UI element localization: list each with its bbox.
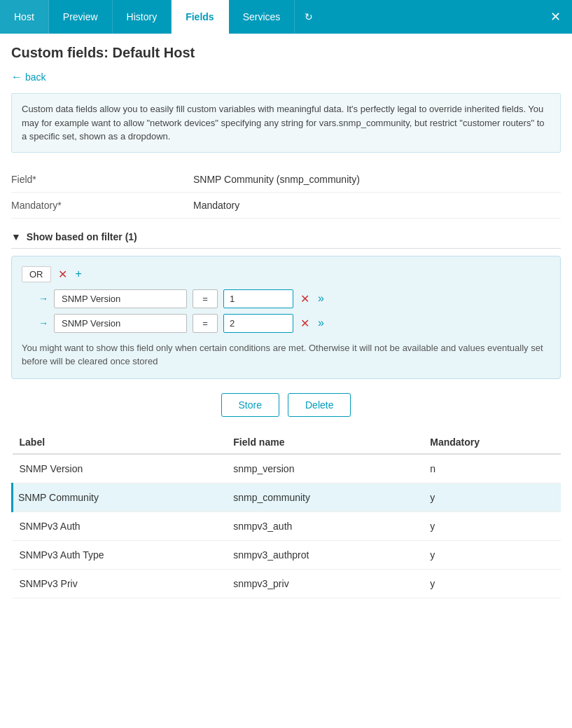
- filter-section: ▼ Show based on filter (1) OR ✕ + → = ✕ …: [11, 226, 561, 379]
- button-row: Store Delete: [11, 393, 561, 417]
- arrow-right-icon-2: →: [39, 317, 48, 329]
- page-title: Custom fields: Default Host: [11, 45, 561, 61]
- back-label: back: [25, 71, 46, 83]
- table-cell-field-name: snmpv3_auth: [226, 511, 423, 540]
- table-row[interactable]: SNMP Communitysnmp_communityy: [13, 483, 561, 511]
- field-label: Field*: [11, 174, 193, 185]
- table-cell-mandatory: y: [423, 569, 561, 598]
- filter-row-2: → = ✕ »: [22, 314, 550, 333]
- filter-or-row: OR ✕ +: [22, 266, 550, 282]
- table-cell-label: SNMPv3 Auth: [13, 511, 227, 540]
- filter-field-1[interactable]: [54, 289, 187, 308]
- table-cell-label: SNMP Community: [13, 483, 227, 511]
- store-button[interactable]: Store: [221, 393, 279, 417]
- remove-row-1-button[interactable]: ✕: [299, 292, 311, 305]
- filter-box: OR ✕ + → = ✕ » → = ✕ » You: [11, 256, 561, 379]
- col-label: Label: [13, 431, 227, 454]
- mandatory-value: Mandatory: [193, 200, 561, 211]
- col-field-name: Field name: [226, 431, 423, 454]
- field-value: SNMP Community (snmp_community): [193, 174, 561, 185]
- filter-title: Show based on filter (1): [27, 231, 137, 242]
- table-row[interactable]: SNMPv3 Privsnmpv3_privy: [13, 569, 561, 598]
- delete-button[interactable]: Delete: [288, 393, 351, 417]
- table-cell-mandatory: n: [423, 454, 561, 483]
- close-button[interactable]: ✕: [539, 0, 572, 34]
- filter-value-1[interactable]: [223, 289, 293, 308]
- nav-host[interactable]: Host: [0, 0, 49, 34]
- table-cell-field-name: snmp_version: [226, 454, 423, 483]
- nav-preview[interactable]: Preview: [49, 0, 113, 34]
- table-cell-field-name: snmp_community: [226, 483, 423, 511]
- nav-services[interactable]: Services: [229, 0, 295, 34]
- nav-fields[interactable]: Fields: [172, 0, 228, 34]
- table-cell-label: SNMPv3 Priv: [13, 569, 227, 598]
- chevron-down-icon: ▼: [11, 231, 21, 242]
- info-box: Custom data fields allow you to easily f…: [11, 93, 561, 153]
- table-row[interactable]: SNMPv3 Authsnmpv3_authy: [13, 511, 561, 540]
- mandatory-row: Mandatory* Mandatory: [11, 193, 561, 219]
- back-arrow-icon: ←: [11, 71, 22, 83]
- table-header-row: Label Field name Mandatory: [13, 431, 561, 454]
- filter-op-1: =: [193, 289, 218, 308]
- more-row-1-button[interactable]: »: [316, 292, 326, 305]
- form-section: Field* SNMP Community (snmp_community) M…: [11, 167, 561, 219]
- table-cell-mandatory: y: [423, 540, 561, 569]
- table-cell-field-name: snmpv3_authprot: [226, 540, 423, 569]
- remove-filter-button[interactable]: ✕: [57, 268, 69, 281]
- filter-header[interactable]: ▼ Show based on filter (1): [11, 226, 561, 249]
- field-row: Field* SNMP Community (snmp_community): [11, 167, 561, 193]
- col-mandatory: Mandatory: [423, 431, 561, 454]
- add-filter-button[interactable]: +: [74, 268, 83, 280]
- close-icon: ✕: [550, 9, 561, 25]
- refresh-icon: ↻: [305, 11, 313, 22]
- info-text: Custom data fields allow you to easily f…: [22, 104, 545, 142]
- table-cell-mandatory: y: [423, 511, 561, 540]
- filter-value-2[interactable]: [223, 314, 293, 333]
- table-cell-field-name: snmpv3_priv: [226, 569, 423, 598]
- filter-field-2[interactable]: [54, 314, 187, 333]
- arrow-right-icon-1: →: [39, 293, 48, 304]
- filter-op-2: =: [193, 314, 218, 333]
- refresh-button[interactable]: ↻: [295, 0, 323, 34]
- fields-table: Label Field name Mandatory SNMP Versions…: [11, 431, 561, 598]
- mandatory-label: Mandatory*: [11, 200, 193, 211]
- nav-history[interactable]: History: [113, 0, 172, 34]
- table-cell-label: SNMP Version: [13, 454, 227, 483]
- more-row-2-button[interactable]: »: [316, 317, 326, 329]
- or-badge: OR: [22, 266, 51, 282]
- filter-hint: You might want to show this field only w…: [22, 341, 550, 369]
- main-content: Custom fields: Default Host ← back Custo…: [0, 34, 572, 610]
- table-row[interactable]: SNMPv3 Auth Typesnmpv3_authproty: [13, 540, 561, 569]
- table-row[interactable]: SNMP Versionsnmp_versionn: [13, 454, 561, 483]
- table-cell-mandatory: y: [423, 483, 561, 511]
- table-cell-label: SNMPv3 Auth Type: [13, 540, 227, 569]
- back-link[interactable]: ← back: [11, 71, 46, 83]
- remove-row-2-button[interactable]: ✕: [299, 317, 311, 330]
- top-nav: Host Preview History Fields Services ↻ ✕: [0, 0, 572, 34]
- filter-row-1: → = ✕ »: [22, 289, 550, 308]
